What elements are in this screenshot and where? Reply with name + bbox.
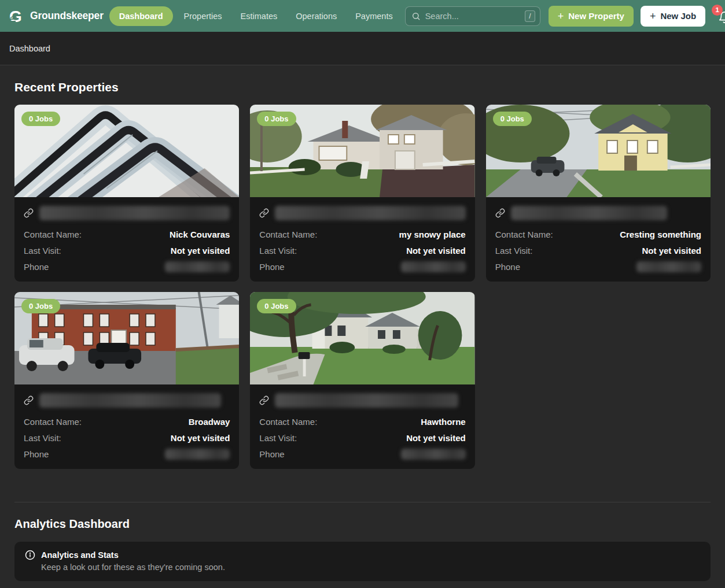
phone-row: Phone [24, 261, 230, 273]
nav-item-properties[interactable]: Properties [176, 6, 230, 26]
top-nav-bar: G Groundskeeper Dashboard Properties Est… [0, 0, 725, 32]
property-address-link[interactable] [24, 205, 230, 220]
last-visit-label: Last Visit: [495, 246, 533, 256]
phone-row: Phone [259, 448, 465, 460]
redacted-phone [401, 449, 466, 460]
breadcrumb[interactable]: Dashboard [9, 44, 50, 53]
plus-icon: + [650, 11, 656, 21]
contact-row: Contact Name: Cresting something [495, 228, 701, 241]
last-visit-label: Last Visit: [259, 246, 297, 256]
contact-row: Contact Name: my snowy place [259, 228, 465, 241]
contact-name: Broadway [189, 417, 230, 427]
contact-row: Contact Name: Nick Couvaras [24, 228, 230, 241]
property-card[interactable]: 0 Jobs Contact Name: Broadway Last Visit… [14, 292, 239, 469]
search-icon [411, 12, 421, 21]
last-visit-label: Last Visit: [259, 433, 297, 443]
contact-name: Hawthorne [421, 417, 466, 427]
jobs-count-badge: 0 Jobs [257, 112, 296, 126]
notification-count-badge: 1 [712, 5, 723, 16]
jobs-count-badge: 0 Jobs [257, 299, 296, 313]
link-icon [24, 395, 34, 405]
breadcrumb-bar: Dashboard [0, 32, 725, 65]
last-visit-value: Not yet visited [642, 246, 701, 256]
redacted-address [511, 206, 668, 220]
phone-label: Phone [24, 262, 49, 272]
phone-label: Phone [495, 262, 520, 272]
new-job-button[interactable]: + New Job [641, 6, 705, 27]
property-card-info: Contact Name: Broadway Last Visit: Not y… [14, 384, 239, 469]
redacted-phone [636, 261, 701, 272]
nav-item-estimates[interactable]: Estimates [233, 6, 285, 26]
property-card[interactable]: 0 Jobs Contact Name: my snowy place Last… [250, 105, 474, 282]
property-card-info: Contact Name: Hawthorne Last Visit: Not … [250, 384, 474, 469]
info-icon [25, 550, 35, 560]
link-icon [24, 208, 34, 218]
redacted-address [275, 393, 458, 408]
property-card[interactable]: 0 Jobs Contact Name: Cresting something … [486, 105, 711, 282]
property-card[interactable]: 0 Jobs Contact Name: Hawthorne Last Visi… [250, 292, 474, 469]
last-visit-row: Last Visit: Not yet visited [259, 245, 465, 257]
main-nav: Dashboard Properties Estimates Operation… [109, 6, 400, 26]
link-icon [259, 208, 269, 218]
contact-label: Contact Name: [259, 230, 317, 239]
contact-row: Contact Name: Hawthorne [259, 416, 465, 428]
phone-label: Phone [259, 262, 284, 272]
contact-row: Contact Name: Broadway [24, 416, 230, 428]
plus-icon: + [558, 11, 564, 21]
property-address-link[interactable] [24, 393, 230, 408]
nav-item-operations[interactable]: Operations [288, 6, 344, 26]
property-card-info: Contact Name: Nick Couvaras Last Visit: … [14, 197, 239, 282]
groundskeeper-logo-icon: G [8, 8, 25, 25]
jobs-count-badge: 0 Jobs [21, 112, 60, 126]
link-icon [495, 208, 505, 218]
nav-item-payments[interactable]: Payments [348, 6, 400, 26]
search-box[interactable]: / [405, 6, 540, 26]
contact-label: Contact Name: [495, 230, 553, 239]
last-visit-value: Not yet visited [171, 246, 230, 256]
property-photo: 0 Jobs [14, 292, 239, 384]
contact-name: Cresting something [620, 230, 701, 239]
property-card[interactable]: 0 Jobs Contact Name: Nick Couvaras Last … [14, 105, 239, 282]
last-visit-row: Last Visit: Not yet visited [24, 432, 230, 444]
redacted-address [39, 393, 221, 408]
phone-label: Phone [24, 449, 49, 459]
contact-label: Contact Name: [259, 417, 317, 427]
analytics-info-card: Analytics and Stats Keep a look out for … [14, 542, 711, 581]
search-input[interactable] [425, 12, 521, 21]
redacted-phone [165, 261, 230, 272]
new-job-label: New Job [660, 11, 696, 21]
redacted-phone [165, 449, 230, 460]
last-visit-row: Last Visit: Not yet visited [24, 245, 230, 257]
property-address-link[interactable] [495, 205, 701, 220]
svg-text:G: G [9, 8, 22, 25]
property-photo: 0 Jobs [14, 105, 239, 197]
recent-properties-title: Recent Properties [14, 80, 711, 94]
analytics-dashboard-title: Analytics Dashboard [14, 517, 711, 531]
new-property-button[interactable]: + New Property [549, 6, 634, 27]
search-shortcut-key: / [525, 10, 535, 22]
last-visit-row: Last Visit: Not yet visited [495, 245, 701, 257]
property-card-info: Contact Name: my snowy place Last Visit:… [250, 197, 474, 282]
property-photo: 0 Jobs [250, 292, 474, 384]
property-cards-grid: 0 Jobs Contact Name: Nick Couvaras Last … [14, 105, 711, 469]
last-visit-label: Last Visit: [24, 246, 61, 256]
new-property-label: New Property [568, 11, 624, 21]
last-visit-row: Last Visit: Not yet visited [259, 432, 465, 444]
nav-item-dashboard[interactable]: Dashboard [109, 6, 173, 26]
analytics-card-title: Analytics and Stats [41, 550, 119, 560]
main-content: Recent Properties 0 Jobs [0, 65, 725, 581]
jobs-count-badge: 0 Jobs [21, 299, 60, 313]
phone-row: Phone [24, 448, 230, 460]
last-visit-value: Not yet visited [171, 433, 230, 443]
brand-name: Groundskeeper [30, 10, 104, 22]
contact-name: Nick Couvaras [170, 230, 230, 239]
redacted-phone [401, 261, 466, 272]
property-address-link[interactable] [259, 205, 465, 220]
property-address-link[interactable] [259, 393, 465, 408]
phone-label: Phone [259, 449, 284, 459]
contact-label: Contact Name: [24, 417, 82, 427]
jobs-count-badge: 0 Jobs [493, 112, 532, 126]
contact-label: Contact Name: [24, 230, 82, 239]
last-visit-label: Last Visit: [24, 433, 61, 443]
link-icon [259, 395, 269, 405]
